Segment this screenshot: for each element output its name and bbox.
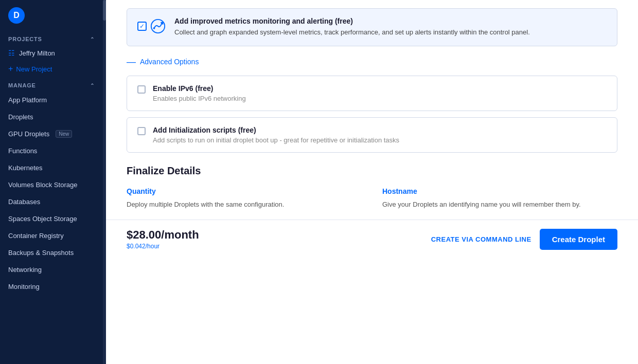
new-badge: New <box>56 130 72 138</box>
content-inner: ✓ Add improved metrics monitoring and al… <box>106 0 638 220</box>
quantity-label: Quantity <box>127 187 362 195</box>
advanced-options-toggle[interactable]: — Advanced Options <box>127 57 617 67</box>
price-hourly: $0.042/hour <box>127 243 199 250</box>
quantity-description: Deploy multiple Droplets with the same c… <box>127 199 362 210</box>
svg-point-1 <box>153 27 155 29</box>
logo-icon: D <box>8 7 25 24</box>
init-scripts-option-text: Add Initialization scripts (free) Add sc… <box>153 126 399 144</box>
sidebar: D PROJECTS ⌃ ☷ Jeffry Milton + New Proje… <box>0 0 103 364</box>
plus-icon: + <box>8 64 13 74</box>
projects-section-header[interactable]: PROJECTS ⌃ <box>0 31 103 45</box>
sidebar-item-spaces-object-storage[interactable]: Spaces Object Storage <box>0 210 103 227</box>
hostname-label: Hostname <box>382 187 617 195</box>
hostname-description: Give your Droplets an identifying name y… <box>382 199 617 210</box>
init-scripts-checkbox[interactable] <box>137 127 146 135</box>
sidebar-logo: D <box>0 0 103 31</box>
list-icon: ☷ <box>8 49 15 57</box>
sidebar-item-backups-snapshots[interactable]: Backups & Snapshots <box>0 244 103 261</box>
finalize-columns: Quantity Deploy multiple Droplets with t… <box>127 187 617 210</box>
chevron-up-icon-manage: ⌃ <box>90 83 95 88</box>
metrics-checkbox[interactable]: ✓ <box>137 22 147 31</box>
price-block: $28.00/month $0.042/hour <box>127 228 199 250</box>
sidebar-item-databases[interactable]: Databases <box>0 193 103 210</box>
finalize-title: Finalize Details <box>127 165 617 177</box>
sidebar-item-functions[interactable]: Functions <box>0 142 103 159</box>
sidebar-item-monitoring[interactable]: Monitoring <box>0 278 103 295</box>
finalize-hostname-col: Hostname Give your Droplets an identifyi… <box>382 187 617 210</box>
new-project-button[interactable]: + New Project <box>0 61 103 77</box>
finalize-quantity-col: Quantity Deploy multiple Droplets with t… <box>127 187 362 210</box>
create-droplet-button[interactable]: Create Droplet <box>540 229 617 250</box>
sidebar-item-app-platform[interactable]: App Platform <box>0 92 103 108</box>
bottom-bar: $28.00/month $0.042/hour CREATE VIA COMM… <box>106 220 638 258</box>
metrics-graph-icon <box>150 18 166 34</box>
chevron-up-icon: ⌃ <box>90 37 95 42</box>
metrics-card-text: Add improved metrics monitoring and aler… <box>174 17 530 38</box>
init-scripts-option-card: Add Initialization scripts (free) Add sc… <box>127 117 617 153</box>
sidebar-item-container-registry[interactable]: Container Registry <box>0 227 103 244</box>
main-content: ✓ Add improved metrics monitoring and al… <box>106 0 638 364</box>
sidebar-item-kubernetes[interactable]: Kubernetes <box>0 159 103 176</box>
ipv6-checkbox[interactable] <box>137 85 146 94</box>
create-via-command-line-link[interactable]: CREATE VIA COMMAND LINE <box>431 235 531 243</box>
sidebar-item-networking[interactable]: Networking <box>0 261 103 278</box>
manage-section-header[interactable]: MANAGE ⌃ <box>0 77 103 92</box>
sidebar-item-jeffry-milton[interactable]: ☷ Jeffry Milton <box>0 45 103 61</box>
ipv6-option-card: Enable IPv6 (free) Enables public IPv6 n… <box>127 76 617 111</box>
bottom-actions: CREATE VIA COMMAND LINE Create Droplet <box>431 229 617 250</box>
sidebar-item-gpu-droplets[interactable]: GPU Droplets New <box>0 125 103 142</box>
price-monthly: $28.00/month <box>127 228 199 242</box>
metrics-monitoring-card: ✓ Add improved metrics monitoring and al… <box>127 8 617 46</box>
collapse-icon: — <box>127 57 136 67</box>
finalize-section: Finalize Details Quantity Deploy multipl… <box>127 165 617 220</box>
metrics-card-icons: ✓ <box>137 18 166 34</box>
sidebar-item-volumes-block-storage[interactable]: Volumes Block Storage <box>0 176 103 193</box>
ipv6-option-text: Enable IPv6 (free) Enables public IPv6 n… <box>153 84 246 102</box>
sidebar-item-droplets[interactable]: Droplets <box>0 108 103 125</box>
